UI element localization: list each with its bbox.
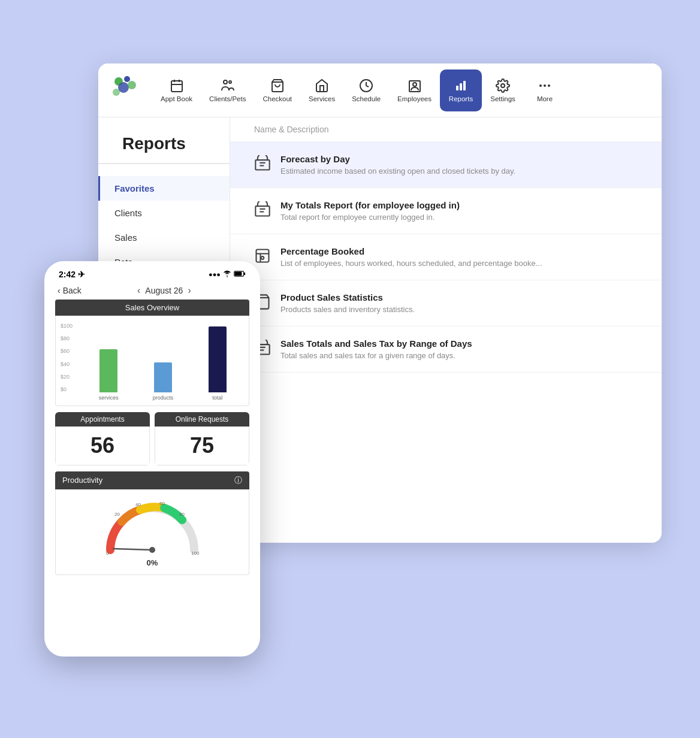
nav-item-settings[interactable]: Settings [482, 69, 524, 111]
services-icon [315, 78, 329, 93]
bar-label-services: services [99, 395, 119, 401]
report-title-percentage: Percentage Booked [280, 246, 542, 256]
cart-icon [270, 78, 285, 93]
prev-date-button[interactable]: ‹ [137, 285, 140, 296]
svg-rect-28 [257, 250, 269, 262]
y-label-20: $20 [61, 374, 73, 380]
current-date: August 26 [145, 286, 183, 295]
svg-rect-39 [235, 272, 242, 276]
nav-label-reports: Reports [449, 95, 473, 102]
svg-point-18 [501, 84, 505, 87]
online-requests-card-header: Online Requests [155, 412, 249, 427]
report-title-forecast: Forecast by Day [280, 154, 515, 164]
y-label-80: $80 [61, 335, 73, 341]
reports-title-area: Reports [98, 117, 230, 164]
svg-point-19 [539, 84, 542, 87]
nav-item-services[interactable]: Services [300, 69, 343, 111]
report-item-totals[interactable]: My Totals Report (for employee logged in… [230, 188, 662, 234]
nav-item-reports[interactable]: Reports [440, 69, 482, 111]
status-icons: ●●● [209, 270, 246, 279]
report-item-product-sales[interactable]: Product Sales Statistics Products sales … [230, 280, 662, 326]
stats-row: Appointments 56 Online Requests 75 [55, 412, 249, 465]
bar-label-total: total [212, 395, 222, 401]
svg-point-41 [149, 547, 155, 553]
reports-list-area: Name & Description Forecast by Day Estim… [230, 117, 662, 543]
back-label: Back [63, 286, 82, 295]
svg-point-31 [261, 256, 264, 259]
scene: Appt Book Clients/Pets Checkout Services [20, 40, 680, 698]
svg-rect-25 [255, 206, 269, 216]
report-desc-forecast: Estimated income based on existing open … [280, 167, 515, 176]
svg-text:40: 40 [135, 502, 141, 507]
sidebar-item-favorites[interactable]: Favorites [98, 176, 230, 201]
sidebar-item-clients[interactable]: Clients [98, 201, 230, 225]
mobile-nav-bar: ‹ Back ‹ August 26 › [48, 282, 257, 300]
online-requests-card[interactable]: Online Requests 75 [155, 412, 249, 465]
chart-section: Sales Overview $100 $80 $60 $40 $20 $0 s… [55, 300, 249, 406]
nav-item-more[interactable]: More [524, 69, 566, 111]
nav-label-schedule: Schedule [352, 95, 381, 102]
nav-label-settings: Settings [490, 95, 515, 102]
svg-line-40 [113, 549, 152, 550]
report-text-sales-totals: Sales Totals and Sales Tax by Range of D… [280, 338, 472, 360]
report-icon-forecast [254, 155, 271, 174]
clients-icon [221, 78, 235, 93]
report-desc-product-sales: Products sales and inventory statistics. [280, 305, 415, 314]
svg-point-10 [229, 81, 231, 83]
app-logo [110, 74, 140, 107]
sidebar-item-sales[interactable]: Sales [98, 225, 230, 250]
settings-icon [496, 78, 510, 93]
nav-item-employees[interactable]: Employees [389, 69, 440, 111]
battery-icon [234, 270, 246, 279]
online-requests-count: 75 [160, 434, 244, 458]
appointments-card-header: Appointments [55, 412, 150, 427]
status-time: 2:42 ✈ [59, 270, 85, 279]
y-label-40: $40 [61, 361, 73, 367]
gauge-value: 0% [147, 558, 158, 567]
svg-point-20 [544, 84, 546, 87]
report-item-forecast[interactable]: Forecast by Day Estimated income based o… [230, 142, 662, 188]
svg-point-4 [113, 89, 120, 96]
status-bar: 2:42 ✈ ●●● [48, 265, 257, 282]
svg-point-36 [227, 276, 228, 277]
nav-item-checkout[interactable]: Checkout [254, 69, 300, 111]
report-item-sales-totals[interactable]: Sales Totals and Sales Tax by Range of D… [230, 326, 662, 373]
bar-total [209, 326, 227, 392]
report-icon-totals [254, 201, 271, 220]
bar-products [154, 362, 172, 392]
report-icon-percentage [254, 247, 271, 267]
gauge-container: 0 20 40 60 80 100 0% [101, 499, 203, 567]
column-header: Name & Description [230, 117, 662, 142]
svg-rect-16 [460, 83, 462, 90]
online-requests-card-body: 75 [155, 427, 249, 465]
next-date-button[interactable]: › [188, 285, 191, 296]
svg-point-9 [224, 80, 227, 84]
svg-rect-38 [244, 273, 246, 275]
nav-item-appt-book[interactable]: Appt Book [152, 69, 201, 111]
employees-icon [408, 78, 422, 93]
back-chevron-icon: ‹ [58, 286, 61, 295]
page-title: Reports [122, 134, 206, 153]
nav-item-clients-pets[interactable]: Clients/Pets [201, 69, 254, 111]
navbar: Appt Book Clients/Pets Checkout Services [98, 63, 662, 117]
bar-chart: $100 $80 $60 $40 $20 $0 services product… [61, 323, 244, 401]
gauge-svg: 0 20 40 60 80 100 [101, 499, 203, 556]
productivity-body: 0 20 40 60 80 100 0% [55, 489, 249, 575]
report-item-percentage[interactable]: Percentage Booked List of employees, hou… [230, 234, 662, 280]
mobile-panel: 2:42 ✈ ●●● ‹ Back ‹ [44, 261, 260, 657]
nav-item-schedule[interactable]: Schedule [343, 69, 389, 111]
bar-group-total: total [191, 326, 244, 401]
clock-icon [359, 78, 373, 93]
reports-icon [454, 78, 468, 93]
report-desc-percentage: List of employees, hours worked, hours s… [280, 259, 542, 268]
appointments-count: 56 [61, 434, 144, 458]
back-button[interactable]: ‹ Back [58, 286, 82, 295]
svg-rect-15 [456, 86, 458, 90]
y-label-100: $100 [61, 323, 73, 329]
y-axis-labels: $100 $80 $60 $40 $20 $0 [61, 323, 73, 401]
productivity-title: Productivity [62, 476, 102, 485]
report-title-totals: My Totals Report (for employee logged in… [280, 200, 460, 210]
nav-label-appt-book: Appt Book [161, 95, 192, 102]
appointments-card[interactable]: Appointments 56 [55, 412, 150, 465]
bar-label-products: products [153, 395, 174, 401]
